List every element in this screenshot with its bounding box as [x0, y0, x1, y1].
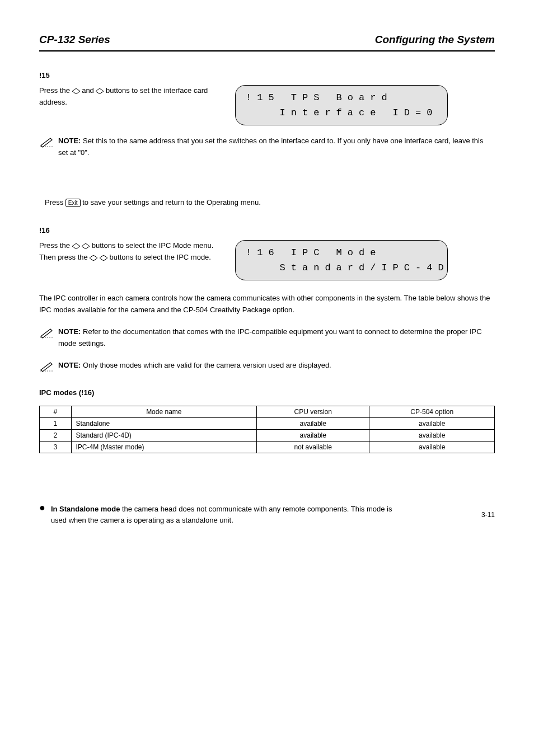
table-header-row: # Mode name CPU version CP-504 option [40, 406, 495, 417]
col-cp504-option: CP-504 option [369, 406, 495, 417]
header-rule-thick [39, 50, 495, 51]
table-title: IPC modes (!16) [39, 388, 495, 397]
lcd-display-16: !16 IPC Mode Standard/IPC-4D [235, 240, 448, 280]
svg-marker-0 [72, 88, 80, 94]
header-rule-thin [39, 51, 495, 52]
section-16-number: !16 [39, 226, 495, 234]
note-label: NOTE: [58, 361, 81, 369]
svg-marker-2 [72, 243, 80, 249]
svg-marker-1 [96, 88, 104, 94]
note-16-1: NOTE: Refer to the documentation that co… [39, 326, 495, 350]
col-mode-name: Mode name [71, 406, 257, 417]
table-row: 2 Standard (IPC-4D) available available [40, 429, 495, 441]
pencil-icon [39, 326, 58, 340]
right-arrow-icon [96, 86, 106, 95]
diamond-icon [90, 253, 97, 261]
header-series: CP-132 Series [39, 34, 110, 46]
s16-instruction-line2: Then press the buttons to select the IPC… [39, 252, 224, 264]
note-16-2: NOTE: Only those modes which are valid f… [39, 360, 495, 374]
bullet-head: In Standalone mode [51, 505, 122, 513]
svg-marker-5 [100, 255, 107, 261]
note-15-text: Set this to the same address that you se… [58, 137, 483, 157]
note-16-2-text: Only those modes which are valid for the… [81, 361, 331, 369]
table-row: 3 IPC-4M (Master mode) not available ava… [40, 441, 495, 453]
note-16-1-text: Refer to the documentation that comes wi… [58, 327, 482, 348]
s16-instruction-line1: Press the buttons to select the IPC Mode… [39, 240, 224, 252]
note-15: NOTE: Set this to the same address that … [39, 135, 495, 159]
diamond-icon [82, 241, 90, 250]
svg-marker-3 [82, 243, 90, 249]
svg-marker-4 [90, 255, 97, 261]
table-row: 1 Standalone available available [40, 417, 495, 429]
col-cpu-version: CPU version [257, 406, 369, 417]
lcd-display-15: !15 TPS Board Interface ID=0 [235, 85, 448, 125]
col-num: # [40, 406, 72, 417]
s15-instruction: Press the and buttons to set the interfa… [39, 86, 208, 106]
diamond-icon [100, 253, 107, 261]
exit-button[interactable]: Exit [65, 199, 81, 207]
pencil-icon [39, 360, 58, 374]
ipc-modes-table: # Mode name CPU version CP-504 option 1 … [39, 406, 495, 453]
save-exit-line: Press Exit to save your settings and ret… [45, 198, 495, 207]
s16-paragraph: The IPC controller in each camera contro… [39, 293, 495, 316]
section-15: !15 Press the and buttons to set the int… [39, 71, 495, 159]
note-label: NOTE: [58, 327, 81, 336]
standalone-mode-note: ● In Standalone mode the camera head doe… [39, 504, 397, 527]
section-15-number: !15 [39, 71, 495, 79]
diamond-icon [72, 241, 80, 250]
page-header: CP-132 Series Configuring the System [39, 34, 495, 46]
pencil-icon [39, 135, 58, 149]
page-number: 3-11 [481, 511, 495, 519]
header-section-title: Configuring the System [375, 34, 495, 46]
note-label: NOTE: [58, 137, 81, 145]
left-arrow-icon [72, 86, 82, 95]
section-16: !16 Press the buttons to select the IPC … [39, 226, 495, 453]
bullet-icon: ● [39, 504, 45, 511]
